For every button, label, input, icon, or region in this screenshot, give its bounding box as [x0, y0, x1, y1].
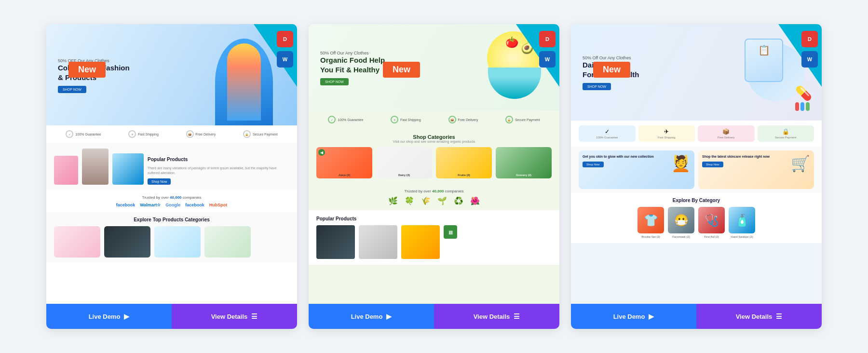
health-cat-label-2: Facemask (2): [672, 235, 690, 238]
health-stat-delivery-label: Free Delivery: [703, 136, 750, 139]
health-cat-img-2: 😷: [668, 207, 694, 233]
view-details-btn-food[interactable]: View Details ☰: [434, 304, 559, 329]
organic-icons: 🌿 🍀 🌾 🌱 ♻️ 🌺: [316, 196, 552, 205]
stat-shipping-label-food: Fast Shipping: [400, 118, 421, 122]
doc-icon-food: ☰: [514, 312, 520, 320]
pill-1: [795, 102, 799, 111]
health-stat-guarantee-label: 100% Guarantee: [583, 136, 631, 139]
explore-cat-2: [104, 226, 150, 258]
card-health: New D W 50% Off Our Any Clothes Daily Ro…: [571, 24, 822, 329]
arrow-right-icon-fashion: ▶: [124, 312, 129, 320]
stat-guarantee-label: 100% Guarantee: [75, 133, 101, 136]
view-details-label-fashion: View Details: [211, 313, 248, 320]
brand-facebook2: facebook: [185, 203, 204, 207]
banners-section: Get you skin to glow with our new collec…: [571, 147, 822, 193]
cat-label-dairy: Dairy (3): [398, 174, 410, 176]
card-actions-fashion[interactable]: Live Demo ▶ View Details ☰: [46, 304, 297, 329]
cat-juice: ◀ Juice (2): [316, 147, 372, 178]
health-stat-guarantee: ✓ 100% Guarantee: [579, 125, 636, 142]
popular-products-food: Popular Products ▦: [309, 210, 559, 265]
stat-shipping-label: Fast Shipping: [138, 133, 159, 136]
health-cat-label-3: First Aid (2): [704, 235, 719, 238]
health-stat-payment-label: Secure Payment: [762, 136, 810, 139]
view-details-label-health: View Details: [736, 313, 773, 320]
card-actions-health[interactable]: Live Demo ▶ View Details ☰: [571, 304, 822, 329]
product-description-text: There are many variations of passages of…: [148, 166, 289, 176]
live-demo-label-fashion: Live Demo: [89, 313, 121, 320]
live-demo-btn-fashion[interactable]: Live Demo ▶: [46, 304, 172, 329]
health-cat-img-4: 🧴: [729, 207, 755, 233]
health-stat-shipping-label: Fast Shipping: [643, 136, 691, 139]
explore-title-fashion: Explore Top Products Categories: [54, 217, 289, 222]
health-stat-shipping-icon: ✈: [643, 128, 691, 135]
banner-1-img: 💆: [671, 154, 691, 173]
card-food-preview: New D W 50% Off Our Any Clothes Organic …: [309, 24, 559, 304]
trusted-text-food: Trusted by over 40,000 companies: [316, 189, 552, 193]
health-cat-img-3: 🩺: [698, 207, 725, 233]
cat-fruits: Fruits (2): [436, 147, 492, 178]
stat-guarantee-food: ✓ 100% Guarantee: [328, 116, 363, 123]
leaf-icon-1: 🌿: [388, 196, 398, 205]
products-row: Popular Products There are many variatio…: [54, 149, 289, 185]
card-fashion-preview: New D W 50% OFF Our Any Clothes Collect …: [46, 24, 297, 304]
trusted-count-food: 40,000: [432, 189, 444, 193]
stat-payment-label: Secure Payment: [253, 133, 278, 136]
view-details-btn-health[interactable]: View Details ☰: [696, 304, 822, 329]
view-details-btn-fashion[interactable]: View Details ☰: [172, 304, 297, 329]
cat-label-grocery: Grocery (2): [516, 174, 531, 176]
live-demo-btn-food[interactable]: Live Demo ▶: [309, 304, 434, 329]
card-food: New D W 50% Off Our Any Clothes Organic …: [309, 24, 559, 329]
stat-delivery-food: 📦 Free Delivery: [448, 116, 478, 123]
stat-shipping-icon-food: ✈: [391, 116, 398, 123]
medicine-icon: 💊: [795, 85, 812, 101]
shop-cat-sub: Visit our shop and see some amazing orga…: [316, 140, 552, 143]
health-stats-bar: ✓ 100% Guarantee ✈ Fast Shipping 📦 Free …: [571, 121, 822, 147]
trusted-count-fashion: 40,000: [170, 195, 181, 200]
stat-shipping-food: ✈ Fast Shipping: [391, 116, 421, 123]
product-shop-btn[interactable]: Shop Now: [148, 178, 171, 185]
health-board: 📋: [745, 39, 783, 82]
hero-btn-health[interactable]: SHOP NOW: [583, 83, 611, 90]
hero-btn-food[interactable]: SHOP NOW: [320, 78, 349, 85]
product-expand-btn[interactable]: ▦: [444, 225, 457, 239]
trusted-section-food: Trusted by over 40,000 companies 🌿 🍀 🌾 🌱…: [309, 184, 559, 210]
health-stat-delivery-icon: 📦: [703, 128, 750, 135]
stat-delivery-icon: 📦: [186, 130, 194, 138]
brand-facebook: facebook: [116, 203, 136, 207]
brand-walmart: Walmart☆: [140, 203, 161, 207]
health-cat-4: 🧴 Hand Sanitize (2): [729, 207, 755, 238]
cards-container: New D W 50% OFF Our Any Clothes Collect …: [10, 24, 858, 329]
health-cat-2: 😷 Facemask (2): [668, 207, 694, 238]
card-actions-food[interactable]: Live Demo ▶ View Details ☰: [309, 304, 559, 329]
popular-products-title: Popular Products: [148, 156, 289, 163]
health-stat-delivery: 📦 Free Delivery: [698, 125, 755, 142]
hero-btn-fashion[interactable]: SHOP NOW: [58, 86, 86, 93]
stat-guarantee-icon: ✓: [66, 130, 73, 138]
banner-1-btn[interactable]: Shop Now: [583, 162, 604, 167]
explore-section-fashion: Explore Top Products Categories: [46, 212, 297, 262]
divi-ribbon-food: D W: [516, 24, 559, 87]
leaf-icon-4: 🌱: [437, 196, 447, 205]
stat-guarantee-icon-food: ✓: [328, 116, 336, 123]
view-details-label-food: View Details: [474, 313, 510, 320]
new-badge-fashion: New: [68, 62, 106, 78]
stat-delivery-label: Free Delivery: [196, 133, 216, 136]
explore-row-fashion: [54, 226, 289, 258]
products-section-fashion: Popular Products There are many variatio…: [46, 143, 297, 190]
stat-guarantee-label-food: 100% Guarantee: [338, 118, 363, 122]
product-img-food-1: [316, 225, 355, 259]
leaf-icon-5: ♻️: [454, 196, 463, 205]
brand-google: Google: [165, 203, 180, 207]
banner-2-btn[interactable]: Shop Now: [702, 162, 723, 167]
live-demo-label-health: Live Demo: [613, 313, 645, 320]
divi-badge-d-food: D: [539, 31, 556, 47]
live-demo-btn-health[interactable]: Live Demo ▶: [571, 304, 696, 329]
explore-cat-3: [154, 226, 201, 258]
divi-badge-d: D: [277, 31, 293, 47]
pill-3: [806, 102, 810, 111]
stat-payment-label-food: Secure Payment: [515, 118, 540, 122]
banner-2: Shop the latest skincare release right n…: [698, 150, 814, 189]
explore-cat-4: [204, 226, 251, 258]
shop-categories-section: Shop Categories Visit our shop and see s…: [309, 128, 559, 184]
divi-badge-w: W: [277, 51, 293, 68]
